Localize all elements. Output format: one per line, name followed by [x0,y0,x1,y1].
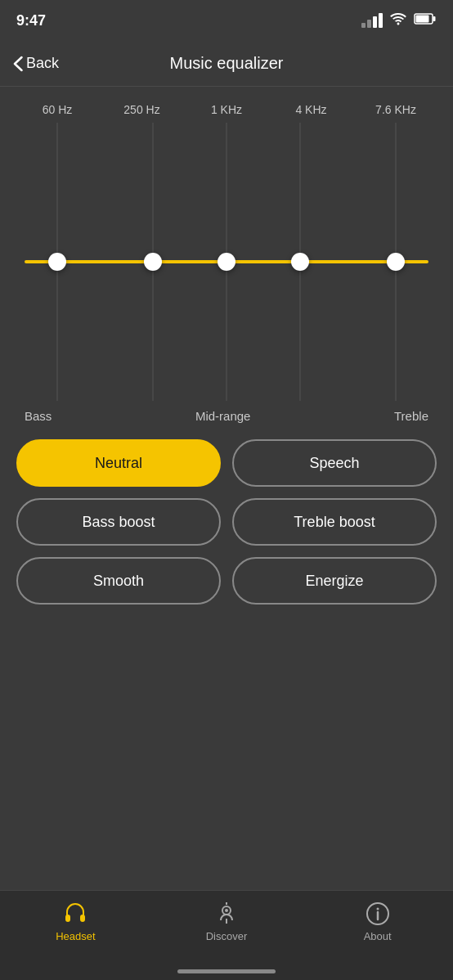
preset-bass-boost[interactable]: Bass boost [16,498,221,546]
svg-rect-10 [80,915,85,922]
eq-knob-5[interactable] [387,253,405,271]
bass-label: Bass [25,409,52,423]
eq-knob-4[interactable] [291,253,309,271]
status-icons [361,12,437,29]
svg-point-17 [376,908,379,910]
app-header: Back Music equalizer [0,41,453,87]
wifi-icon [389,12,407,29]
nav-item-headset[interactable]: Headset [0,901,151,942]
freq-250hz: 250 Hz [110,103,175,116]
back-button[interactable]: Back [13,55,59,72]
freq-76khz: 7.6 KHz [363,103,428,116]
equalizer-graph [25,123,428,401]
battery-icon [414,13,437,28]
svg-rect-9 [65,915,70,922]
discover-icon [213,901,240,927]
frequency-labels: 60 Hz 250 Hz 1 KHz 4 KHz 7.6 KHz [25,103,428,116]
treble-label: Treble [394,409,428,423]
preset-energize[interactable]: Energize [232,557,437,605]
freq-1khz: 1 KHz [194,103,259,116]
eq-track-area[interactable] [25,123,428,401]
equalizer-section: 60 Hz 250 Hz 1 KHz 4 KHz 7.6 KHz [0,87,453,423]
status-time: 9:47 [16,12,46,29]
nav-item-discover[interactable]: Discover [151,901,303,942]
svg-rect-1 [433,16,436,21]
eq-track [25,260,428,263]
svg-rect-2 [416,16,429,23]
midrange-label: Mid-range [195,409,251,423]
status-bar: 9:47 [0,0,453,41]
eq-knob-2[interactable] [144,253,162,271]
freq-60hz: 60 Hz [25,103,90,116]
presets-grid: Neutral Speech Bass boost Treble boost S… [16,439,437,605]
nav-headset-label: Headset [56,930,95,942]
freq-4khz: 4 KHz [279,103,344,116]
bottom-navigation: Headset Discover About [0,890,453,980]
svg-point-14 [225,909,228,912]
headset-icon [62,901,88,927]
page-title: Music equalizer [170,54,284,73]
preset-speech[interactable]: Speech [232,439,437,487]
preset-smooth[interactable]: Smooth [16,557,221,605]
nav-discover-label: Discover [206,930,248,942]
eq-axis-labels: Bass Mid-range Treble [25,409,428,423]
nav-about-label: About [364,930,392,942]
signal-icon [361,13,383,28]
preset-neutral[interactable]: Neutral [16,439,221,487]
about-icon [365,901,391,927]
eq-knob-3[interactable] [218,253,235,271]
eq-knob-1[interactable] [48,253,66,271]
nav-item-about[interactable]: About [302,901,453,942]
presets-section: Neutral Speech Bass boost Treble boost S… [0,423,453,605]
preset-treble-boost[interactable]: Treble boost [232,498,437,546]
home-indicator [177,969,276,973]
back-label: Back [26,55,59,72]
